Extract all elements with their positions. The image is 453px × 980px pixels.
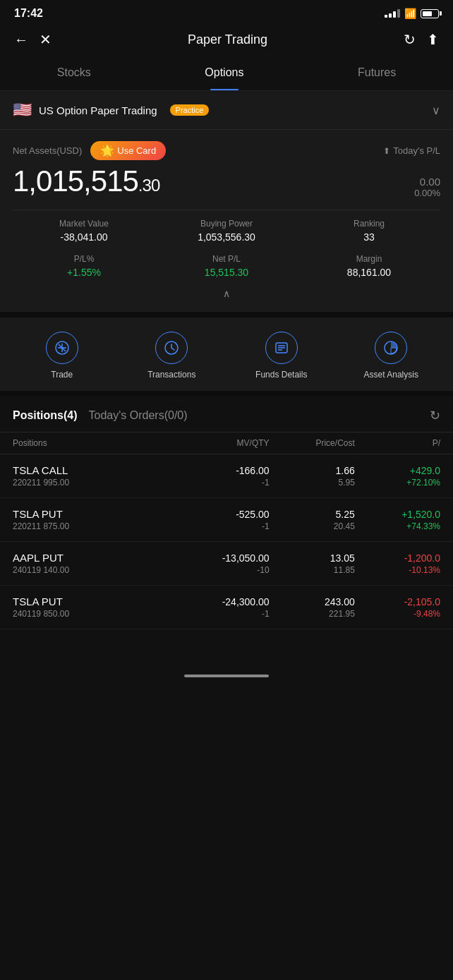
positions-tabs: Positions(4) Today's Orders(0/0) <box>13 409 188 422</box>
pos-pl-pct: +72.10% <box>355 478 440 488</box>
pos-cost: 11.85 <box>270 565 355 575</box>
funds-icon <box>265 332 298 364</box>
transactions-action[interactable]: Transactions <box>143 332 200 380</box>
header-right: ↻ ⬆ <box>404 31 439 48</box>
pos-mv-val: -13,050.00 <box>183 552 269 564</box>
pos-pl-pct: +74.33% <box>355 521 440 531</box>
pos-name: TSLA CALL <box>13 464 183 476</box>
asset-analysis-label: Asset Analysis <box>364 370 418 380</box>
funds-label: Funds Details <box>255 370 307 380</box>
home-indicator <box>184 674 269 677</box>
trade-action[interactable]: Trade <box>34 332 90 380</box>
pos-mv-col: -525.00 -1 <box>183 509 269 531</box>
positions-header: Positions(4) Today's Orders(0/0) ↻ <box>0 397 453 432</box>
action-row: Trade Transactions Funds Details <box>0 317 453 391</box>
flag-icon: 🇺🇸 <box>13 101 32 119</box>
account-row[interactable]: 🇺🇸 US Option Paper Trading Practice ∨ <box>0 91 453 130</box>
pos-price: 1.66 <box>270 465 355 476</box>
section-divider-2 <box>0 391 453 397</box>
refresh-header-icon[interactable]: ↻ <box>404 31 416 48</box>
pos-pl-val: -2,105.0 <box>355 596 440 607</box>
pos-pl-val: +429.0 <box>355 465 440 476</box>
net-assets-value: 1,015,515.30 <box>13 164 159 198</box>
pos-qty: -1 <box>183 521 269 531</box>
asset-analysis-action[interactable]: Asset Analysis <box>363 332 419 380</box>
pos-pl-pct: -10.13% <box>355 565 440 575</box>
assets-section: Net Assets(USD) 🌟 Use Card ⬆ Today's P/L… <box>0 130 453 312</box>
pos-name: TSLA PUT <box>13 595 183 607</box>
stat-net-pl: Net P/L 15,515.30 <box>155 254 298 278</box>
table-header: Positions MV/QTY Price/Cost P/ <box>0 432 453 454</box>
net-assets-label: Net Assets(USD) <box>13 145 82 156</box>
table-row[interactable]: TSLA CALL 220211 995.00 -166.00 -1 1.66 … <box>0 454 453 498</box>
tab-options[interactable]: Options <box>191 61 258 85</box>
pos-price-col: 5.25 20.45 <box>270 509 355 531</box>
trade-icon <box>46 332 78 364</box>
pl-pct: 0.00% <box>414 188 440 198</box>
pos-name-col: TSLA CALL 220211 995.00 <box>13 464 183 488</box>
pos-sub: 240119 850.00 <box>13 609 183 619</box>
table-row[interactable]: TSLA PUT 240119 850.00 -24,300.00 -1 243… <box>0 586 453 629</box>
account-left: 🇺🇸 US Option Paper Trading Practice <box>13 101 209 119</box>
battery-icon <box>421 9 439 18</box>
pos-sub: 240119 140.00 <box>13 565 183 575</box>
stat-margin: Margin 88,161.00 <box>298 254 440 278</box>
pos-price: 13.05 <box>270 552 355 564</box>
tab-futures[interactable]: Futures <box>344 61 410 85</box>
section-divider <box>0 312 453 317</box>
pos-pl-val: -1,200.0 <box>355 552 440 564</box>
pos-name-col: TSLA PUT 220211 875.00 <box>13 508 183 531</box>
pos-name-col: TSLA PUT 240119 850.00 <box>13 595 183 619</box>
pos-price-col: 1.66 5.95 <box>270 465 355 488</box>
tab-bar: Stocks Options Futures <box>0 55 453 91</box>
share-icon[interactable]: ⬆ <box>427 31 439 48</box>
page-title: Paper Trading <box>188 32 267 47</box>
pos-price-col: 243.00 221.95 <box>270 596 355 619</box>
tab-positions[interactable]: Positions(4) <box>13 409 78 422</box>
pos-cost: 221.95 <box>270 609 355 619</box>
pos-pl-col: -2,105.0 -9.48% <box>355 596 440 619</box>
star-icon: 🌟 <box>100 144 114 157</box>
stat-ranking: Ranking 33 <box>298 219 440 243</box>
asset-analysis-icon <box>375 332 407 364</box>
pos-name: AAPL PUT <box>13 552 183 564</box>
pos-sub: 220211 875.00 <box>13 521 183 531</box>
pos-qty: -1 <box>183 609 269 619</box>
header-left: ← ✕ <box>14 31 52 48</box>
account-name: US Option Paper Trading <box>39 104 157 116</box>
pos-pl-col: -1,200.0 -10.13% <box>355 552 440 575</box>
pos-mv-val: -525.00 <box>183 509 269 520</box>
transactions-label: Transactions <box>147 370 195 380</box>
back-button[interactable]: ← <box>14 32 28 48</box>
th-mvqty: MV/QTY <box>183 438 269 448</box>
tab-stocks[interactable]: Stocks <box>43 61 105 85</box>
chevron-down-icon: ∨ <box>432 104 440 117</box>
pos-price: 5.25 <box>270 509 355 520</box>
pos-sub: 220211 995.00 <box>13 478 183 488</box>
pos-pl-pct: -9.48% <box>355 609 440 619</box>
tab-today-orders[interactable]: Today's Orders(0/0) <box>89 409 188 422</box>
pos-mv-val: -24,300.00 <box>183 596 269 607</box>
assets-header: Net Assets(USD) 🌟 Use Card ⬆ Today's P/L <box>13 141 440 160</box>
pos-name-col: AAPL PUT 240119 140.00 <box>13 552 183 575</box>
pos-pl-val: +1,520.0 <box>355 509 440 520</box>
stats-grid: Market Value -38,041.00 Buying Power 1,0… <box>13 210 440 284</box>
today-pl: ⬆ Today's P/L <box>383 145 440 156</box>
use-card-button[interactable]: 🌟 Use Card <box>90 141 166 160</box>
status-icons: 📶 <box>385 8 439 19</box>
pos-qty: -10 <box>183 565 269 575</box>
pos-pl-col: +1,520.0 +74.33% <box>355 509 440 531</box>
positions-list: TSLA CALL 220211 995.00 -166.00 -1 1.66 … <box>0 454 453 629</box>
signal-bars-icon <box>385 9 400 18</box>
close-button[interactable]: ✕ <box>40 31 52 48</box>
export-icon: ⬆ <box>383 146 390 156</box>
funds-action[interactable]: Funds Details <box>253 332 310 380</box>
status-bar: 17:42 📶 <box>0 0 453 24</box>
th-positions: Positions <box>13 438 183 448</box>
collapse-row[interactable]: ∧ <box>13 284 440 303</box>
table-row[interactable]: TSLA PUT 220211 875.00 -525.00 -1 5.25 2… <box>0 498 453 542</box>
table-row[interactable]: AAPL PUT 240119 140.00 -13,050.00 -10 13… <box>0 542 453 586</box>
refresh-positions-icon[interactable]: ↻ <box>430 408 440 423</box>
stat-pl-pct: P/L% +1.55% <box>13 254 155 278</box>
pos-mv-col: -166.00 -1 <box>183 465 269 488</box>
